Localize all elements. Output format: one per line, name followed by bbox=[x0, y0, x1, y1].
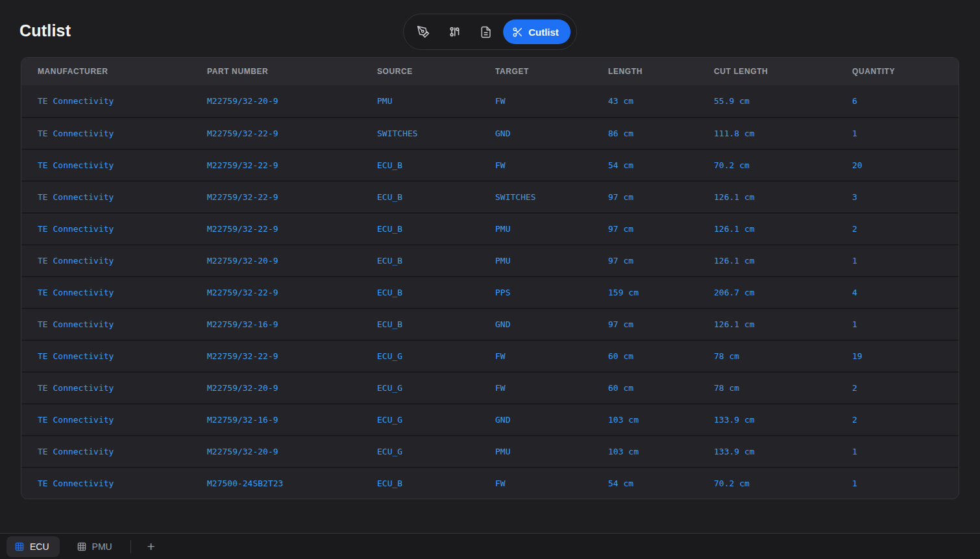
cell-quantity: 1 bbox=[852, 129, 959, 138]
cell-length: 86 cm bbox=[608, 129, 714, 138]
cell-part_number: M22759/32-20-9 bbox=[207, 96, 377, 106]
table-row[interactable]: TE ConnectivityM22759/32-22-9ECU_BPMU97 … bbox=[21, 212, 959, 244]
cell-target: GND bbox=[495, 319, 608, 329]
sheet-tab-pmu[interactable]: PMU bbox=[69, 536, 123, 557]
cell-target: FW bbox=[495, 351, 608, 361]
cell-part_number: M22759/32-22-9 bbox=[207, 192, 377, 202]
cell-quantity: 2 bbox=[852, 383, 959, 393]
cell-part_number: M22759/32-16-9 bbox=[207, 319, 377, 329]
table-row[interactable]: TE ConnectivityM22759/32-16-9ECU_BGND97 … bbox=[21, 308, 959, 340]
cell-source: ECU_B bbox=[377, 478, 495, 488]
schematic-tool-button[interactable] bbox=[410, 19, 437, 44]
cell-cut_length: 78 cm bbox=[714, 383, 852, 393]
cell-part_number: M22759/32-22-9 bbox=[207, 351, 377, 361]
cell-source: ECU_B bbox=[377, 160, 495, 170]
cell-length: 97 cm bbox=[608, 224, 714, 234]
cell-part_number: M22759/32-16-9 bbox=[207, 415, 377, 425]
table-row[interactable]: TE ConnectivityM22759/32-22-9ECU_BPPS159… bbox=[21, 276, 959, 308]
cell-quantity: 3 bbox=[852, 192, 959, 202]
cell-part_number: M22759/32-22-9 bbox=[207, 129, 377, 138]
table-row[interactable]: TE ConnectivityM22759/32-22-9ECU_BSWITCH… bbox=[21, 180, 959, 212]
column-header-length: LENGTH bbox=[608, 67, 714, 76]
cell-manufacturer: TE Connectivity bbox=[21, 160, 207, 170]
sheet-tab-label: ECU bbox=[30, 541, 49, 552]
view-switcher: Cutlist bbox=[403, 14, 577, 50]
tab-divider bbox=[130, 540, 131, 553]
cell-length: 97 cm bbox=[608, 192, 714, 202]
cell-length: 60 cm bbox=[608, 383, 714, 393]
column-header-quantity: QUANTITY bbox=[852, 67, 959, 76]
cell-target: FW bbox=[495, 96, 608, 106]
table-header-row: MANUFACTURERPART NUMBERSOURCETARGETLENGT… bbox=[21, 58, 959, 85]
cell-source: PMU bbox=[377, 96, 495, 106]
column-header-target: TARGET bbox=[495, 67, 608, 76]
cell-manufacturer: TE Connectivity bbox=[21, 383, 207, 393]
table-row[interactable]: TE ConnectivityM22759/32-20-9ECU_BPMU97 … bbox=[21, 244, 959, 276]
cell-quantity: 4 bbox=[852, 288, 959, 297]
cell-cut_length: 70.2 cm bbox=[714, 478, 852, 488]
column-header-source: SOURCE bbox=[377, 67, 495, 76]
cell-target: PMU bbox=[495, 224, 608, 234]
table-row[interactable]: TE ConnectivityM22759/32-22-9ECU_BFW54 c… bbox=[21, 149, 959, 180]
cell-target: SWITCHES bbox=[495, 192, 608, 202]
table-row[interactable]: TE ConnectivityM22759/32-22-9SWITCHESGND… bbox=[21, 117, 959, 149]
cell-manufacturer: TE Connectivity bbox=[21, 478, 207, 488]
column-header-cut_length: CUT LENGTH bbox=[714, 67, 852, 76]
table-row[interactable]: TE ConnectivityM27500-24SB2T23ECU_BFW54 … bbox=[21, 467, 959, 499]
table-grid-icon bbox=[15, 542, 24, 551]
table-grid-icon bbox=[77, 542, 86, 551]
cell-cut_length: 126.1 cm bbox=[714, 256, 852, 266]
cell-quantity: 20 bbox=[852, 160, 959, 170]
table-row[interactable]: TE ConnectivityM22759/32-20-9ECU_GFW60 c… bbox=[21, 371, 959, 403]
cell-quantity: 1 bbox=[852, 319, 959, 329]
sheet-tab-label: PMU bbox=[92, 541, 112, 552]
table-row[interactable]: TE ConnectivityM22759/32-16-9ECU_GGND103… bbox=[21, 403, 959, 435]
column-header-manufacturer: MANUFACTURER bbox=[21, 67, 207, 76]
cell-target: FW bbox=[495, 383, 608, 393]
table-row[interactable]: TE ConnectivityM22759/32-20-9ECU_GPMU103… bbox=[21, 435, 959, 467]
cell-source: ECU_G bbox=[377, 447, 495, 456]
cell-target: PPS bbox=[495, 288, 608, 297]
cell-length: 60 cm bbox=[608, 351, 714, 361]
cell-manufacturer: TE Connectivity bbox=[21, 224, 207, 234]
cell-length: 159 cm bbox=[608, 288, 714, 297]
cutlist-tool-button[interactable]: Cutlist bbox=[503, 19, 570, 44]
cell-part_number: M22759/32-22-9 bbox=[207, 288, 377, 297]
scissors-icon bbox=[512, 27, 523, 38]
cell-manufacturer: TE Connectivity bbox=[21, 192, 207, 202]
cell-part_number: M27500-24SB2T23 bbox=[207, 478, 377, 488]
cell-part_number: M22759/32-22-9 bbox=[207, 224, 377, 234]
cutlist-tool-label: Cutlist bbox=[528, 27, 559, 38]
cell-source: ECU_B bbox=[377, 319, 495, 329]
cell-cut_length: 111.8 cm bbox=[714, 129, 852, 138]
cell-manufacturer: TE Connectivity bbox=[21, 319, 207, 329]
cell-cut_length: 70.2 cm bbox=[714, 160, 852, 170]
cell-length: 103 cm bbox=[608, 415, 714, 425]
cell-cut_length: 206.7 cm bbox=[714, 288, 852, 297]
cell-target: PMU bbox=[495, 447, 608, 456]
cell-target: GND bbox=[495, 129, 608, 138]
sheet-tab-ecu[interactable]: ECU bbox=[6, 536, 60, 557]
cell-cut_length: 55.9 cm bbox=[714, 96, 852, 106]
add-sheet-button[interactable]: + bbox=[141, 537, 161, 556]
cell-length: 54 cm bbox=[608, 160, 714, 170]
wires-icon bbox=[448, 25, 461, 38]
cell-length: 43 cm bbox=[608, 96, 714, 106]
cell-cut_length: 126.1 cm bbox=[714, 192, 852, 202]
sheet-tab-bar: ECUPMU + bbox=[0, 533, 980, 559]
cell-cut_length: 78 cm bbox=[714, 351, 852, 361]
wires-tool-button[interactable] bbox=[441, 19, 468, 44]
cell-target: PMU bbox=[495, 256, 608, 266]
table-row[interactable]: TE ConnectivityM22759/32-22-9ECU_GFW60 c… bbox=[21, 340, 959, 371]
page-title: Cutlist bbox=[19, 21, 71, 40]
cell-manufacturer: TE Connectivity bbox=[21, 288, 207, 297]
table-row[interactable]: TE ConnectivityM22759/32-20-9PMUFW43 cm5… bbox=[21, 85, 959, 117]
column-header-part_number: PART NUMBER bbox=[207, 67, 377, 76]
cell-quantity: 1 bbox=[852, 478, 959, 488]
cell-source: ECU_B bbox=[377, 256, 495, 266]
cell-length: 97 cm bbox=[608, 256, 714, 266]
top-bar: Cutlist bbox=[0, 0, 980, 57]
bom-tool-button[interactable] bbox=[472, 19, 499, 44]
cell-part_number: M22759/32-20-9 bbox=[207, 383, 377, 393]
cell-source: ECU_G bbox=[377, 383, 495, 393]
